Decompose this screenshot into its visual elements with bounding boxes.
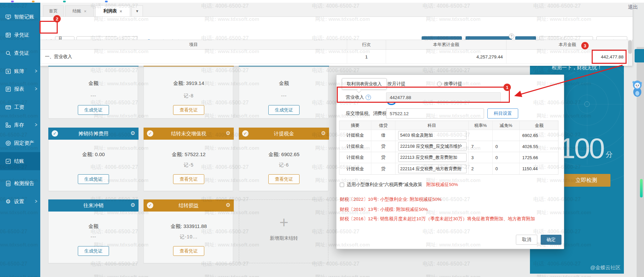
column-header: 摘要 [339, 121, 371, 130]
sidebar-item-settings-gear[interactable]: ⚙设置> [0, 194, 40, 209]
close-icon[interactable]: × [84, 9, 87, 14]
sidebar-item-inventory[interactable]: 库存> [0, 118, 40, 132]
radar-center [584, 101, 590, 107]
card-amount: 金额: 3919.14 [144, 80, 233, 87]
logout-button[interactable]: 退出 [628, 4, 638, 10]
subject-setting-button[interactable]: 科目设置 [487, 108, 518, 119]
gear-icon[interactable]: ⚙ [321, 130, 326, 136]
sidebar-item-fixed-asset[interactable]: 固定资产 [0, 136, 40, 150]
accrual-table-row: 计提税金贷222114 应交税费_地方教育费附201150.44 [339, 163, 558, 174]
check-icon: ✓ [147, 202, 153, 209]
browser-strip [0, 0, 644, 3]
card-header: ✓结转未交增值税⚙ [144, 128, 234, 140]
view-voucher-button[interactable]: 查看凭证 [173, 105, 204, 115]
generate-voucher-button[interactable]: 生成凭证 [78, 105, 109, 115]
sidebar-item-label: 结账 [14, 158, 24, 165]
sidebar-item-ledger[interactable]: 账簿> [0, 64, 40, 79]
sidebar-item-label: 录凭证 [14, 32, 29, 38]
sidebar-item-label: 智能记账 [14, 14, 34, 20]
cell-item: 一、营业收入 [40, 50, 347, 64]
card-header: ✓计提税金⚙ [239, 128, 329, 140]
cancel-button[interactable]: 取消 [516, 235, 537, 245]
gear-icon[interactable]: ⚙ [226, 130, 230, 136]
view-voucher-button[interactable]: 查看凭证 [268, 174, 300, 184]
column-header-ytd: 本年累计金额 [386, 40, 506, 49]
generate-voucher-button[interactable]: 生成凭证 [78, 174, 109, 184]
column-header: 科目 [395, 121, 469, 130]
sidebar-item-salary[interactable]: 工资 [0, 100, 40, 114]
sidebar-item-label: 报表 [14, 86, 24, 92]
cell-debit-credit: 贷 [371, 141, 395, 152]
generate-voucher-button[interactable]: 生成凭证 [78, 246, 109, 256]
closing-card: ✓摊销待摊费用⚙金额: 0.00生成凭证 [48, 128, 138, 191]
sidebar-item-smart-accounting[interactable]: 智能记账 [0, 9, 40, 24]
radio-quarterly[interactable]: 按季计提 [437, 81, 462, 87]
floating-side-tab[interactable] [635, 49, 644, 62]
close-icon[interactable]: × [119, 9, 122, 14]
page-scrollbar-thumb[interactable] [640, 179, 643, 197]
cell-amount: 1150.44 [520, 163, 559, 174]
generate-voucher-button[interactable]: 生成凭证 [268, 105, 300, 115]
favicon-teal [63, 1, 66, 2]
add-period-closing-card[interactable]: +新增期末结转 [239, 199, 328, 263]
accrual-table-row: 计提税金贷222108 应交税费_应交城市维护704026.55 [339, 141, 558, 152]
revenue-input[interactable] [386, 92, 501, 102]
card-amount: 金额 [49, 223, 138, 230]
plus-icon: + [239, 215, 329, 230]
take-revenue-from-report-button[interactable]: 取利润表营业收入 [342, 78, 387, 90]
subject-input[interactable]: 222114 应交税费_地方教育费附 [398, 165, 467, 173]
cell-relief: 0 [493, 152, 520, 163]
view-voucher-button[interactable]: 查看凭证 [173, 246, 204, 256]
card-voucher-no: 记-6 [239, 162, 329, 168]
subject-input[interactable]: 222108 应交税费_应交城市维护 [398, 142, 467, 151]
chevron-right-icon: > [35, 68, 37, 74]
view-voucher-button[interactable]: 查看凭证 [173, 174, 204, 184]
cell-summary: 计提税金 [339, 163, 371, 174]
sidebar-item-closing[interactable]: 结账 [0, 152, 40, 170]
confirm-button[interactable]: 确定 [541, 235, 561, 245]
score-value: 100 [559, 134, 604, 163]
check-icon: ✓ [147, 130, 153, 137]
detect-now-button[interactable]: 立即检测 [562, 174, 610, 187]
tab-profit-report[interactable]: 利润表× [95, 5, 130, 16]
policy-checkbox[interactable]: 适用小型微利企业“六税两费”减免政策 [340, 182, 422, 188]
check-icon: ✓ [242, 130, 249, 137]
card-header: 往来冲销⚙ [48, 199, 139, 212]
card-amount: 金额: 57522.12 [144, 151, 233, 158]
card-amount: 金额: 0.00 [49, 151, 138, 158]
cell-rate: 3 [469, 152, 493, 163]
accrual-table-header: 摘要借贷科目税率%减免%金额 [339, 121, 558, 130]
gear-icon[interactable]: ⚙ [130, 130, 135, 136]
radio-monthly[interactable]: 按月计提 [387, 81, 406, 87]
cell-month-amount[interactable]: 442,477.88 [506, 50, 628, 64]
sidebar-item-label: 检测报告 [14, 180, 34, 187]
subject-input[interactable]: 5403 税金及附加 [398, 131, 467, 140]
sidebar: 智能记账录凭证查凭证账簿>报表>工资库存>固定资产结账检测报告⚙设置> [0, 3, 40, 277]
vat-input[interactable] [386, 108, 484, 119]
radio-quarterly-label: 按季计提 [444, 81, 462, 87]
subject-input[interactable]: 222113 应交税费_教育费附加 [398, 153, 467, 162]
closing-icon [5, 158, 11, 165]
closing-card: ✓结转损益⚙金额: 333911.88记-10...查看凭证 [144, 199, 233, 263]
cell-debit-credit: 借 [371, 130, 395, 141]
cell-debit-credit: 贷 [371, 163, 395, 174]
tab-home[interactable]: 首页 [43, 5, 64, 16]
sidebar-item-voucher-search[interactable]: 查凭证 [0, 46, 40, 60]
sidebar-item-detect-report[interactable]: 检测报告 [0, 176, 40, 191]
window-scrollbar-thumb[interactable] [628, 40, 632, 54]
column-header-item: 项目 [40, 40, 347, 49]
card-title: 结转未交增值税 [171, 131, 206, 137]
gear-icon[interactable]: ⚙ [130, 202, 135, 208]
tab-closing[interactable]: 结账× [65, 5, 94, 16]
gear-icon[interactable]: ⚙ [226, 202, 230, 208]
tab-list-dropdown[interactable]: ▼ [131, 5, 143, 16]
sidebar-item-voucher-entry[interactable]: 录凭证 [0, 28, 40, 42]
sidebar-item-report[interactable]: 报表> [0, 82, 40, 96]
score-unit: 分 [606, 150, 613, 159]
closing-card: 金额---生成凭证 [48, 64, 138, 119]
detect-report-icon [5, 180, 11, 187]
column-header-month: 本月金额 [506, 40, 628, 49]
cell-line-no: 1 [347, 50, 386, 64]
cell-subject: 222108 应交税费_应交城市维护 [395, 141, 469, 152]
cell-ytd-amount: 4,257,279.44 [386, 50, 506, 64]
